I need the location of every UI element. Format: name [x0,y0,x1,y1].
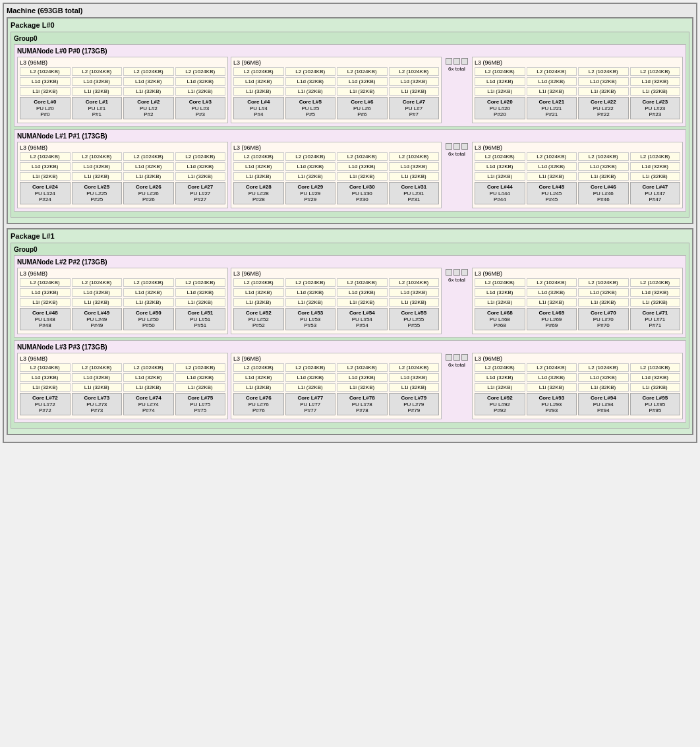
l1d-cell: L1d (32KB) [475,373,525,382]
indicator-boxes [446,269,468,276]
l3-label: L3 (96MB) [20,270,225,277]
pu-label: PU L#27P#27 [177,191,224,202]
core-label: Core L#3 [177,99,224,105]
core-label: Core L#1 [74,99,121,105]
core-row: Core L#20PU L#20P#20Core L#21PU L#21P#21… [475,97,680,119]
pu-label: PU L#29P#29 [287,191,334,202]
numa-inner: L3 (96MB)L2 (1024KB)L2 (1024KB)L2 (1024K… [17,353,683,419]
core-label: Core L#44 [477,184,523,190]
l2-cell: L2 (1024KB) [527,67,577,76]
numa-title: NUMANode L#0 P#0 (173GB) [17,47,683,55]
l2-cell: L2 (1024KB) [389,152,440,161]
core-cell: Core L#95PU L#95P#95 [630,393,681,415]
core-label: Core L#0 [22,99,69,105]
core-cell: Core L#0PU L#0P#0 [20,97,71,119]
indicator-box [453,143,460,150]
core-cell: Core L#25PU L#25P#25 [72,182,123,204]
l1d-cell: L1d (32KB) [578,162,629,171]
core-cell: Core L#28PU L#28P#28 [233,182,284,204]
l2-cell: L2 (1024KB) [72,363,123,372]
middle-indicator: 6x total [444,142,469,158]
l1d-cell: L1d (32KB) [233,288,284,297]
l2-cell: L2 (1024KB) [20,152,71,161]
l1i-row: L1i (32KB)L1i (32KB)L1i (32KB)L1i (32KB) [233,172,439,181]
core-label: Core L#69 [529,310,575,316]
l1d-cell: L1d (32KB) [20,288,71,297]
l1d-row: L1d (32KB)L1d (32KB)L1d (32KB)L1d (32KB) [475,77,680,86]
l3-label: L3 (96MB) [475,59,680,66]
core-label: Core L#5 [287,99,334,105]
l2-cell: L2 (1024KB) [20,67,71,76]
l3-label: L3 (96MB) [233,270,439,277]
core-label: Core L#68 [477,310,523,316]
pu-label: PU L#51P#51 [177,316,224,328]
l2-cell: L2 (1024KB) [527,363,577,372]
l2-cell: L2 (1024KB) [123,278,174,287]
core-label: Core L#54 [339,310,386,316]
l2-cell: L2 (1024KB) [72,67,123,76]
core-label: Core L#55 [391,310,438,316]
l2-row: L2 (1024KB)L2 (1024KB)L2 (1024KB)L2 (102… [233,363,439,372]
core-cell: Core L#76PU L#76P#76 [233,393,284,415]
core-cell: Core L#92PU L#92P#92 [475,393,525,415]
l2-cell: L2 (1024KB) [233,363,284,372]
core-label: Core L#92 [477,395,523,401]
l1d-row: L1d (32KB)L1d (32KB)L1d (32KB)L1d (32KB) [475,162,680,171]
core-cell: Core L#71PU L#71P#71 [630,308,681,330]
l2-cell: L2 (1024KB) [285,152,336,161]
pu-label: PU L#55P#55 [391,316,438,328]
l1i-cell: L1i (32KB) [630,298,681,307]
cache-section: L3 (96MB)L2 (1024KB)L2 (1024KB)L2 (1024K… [472,142,683,208]
numa-node: NUMANode L#1 P#1 (173GB)L3 (96MB)L2 (102… [14,129,686,212]
pu-label: PU L#45P#45 [529,191,575,202]
l1d-row: L1d (32KB)L1d (32KB)L1d (32KB)L1d (32KB) [20,288,225,297]
l2-cell: L2 (1024KB) [72,152,123,161]
l1d-cell: L1d (32KB) [233,373,284,382]
l2-cell: L2 (1024KB) [233,278,284,287]
l1i-cell: L1i (32KB) [389,298,440,307]
l2-cell: L2 (1024KB) [337,67,388,76]
l2-row: L2 (1024KB)L2 (1024KB)L2 (1024KB)L2 (102… [475,152,680,161]
l2-row: L2 (1024KB)L2 (1024KB)L2 (1024KB)L2 (102… [20,278,225,287]
pu-label: PU L#25P#25 [74,191,121,202]
pu-label: PU L#0P#0 [22,105,69,117]
l1i-row: L1i (32KB)L1i (32KB)L1i (32KB)L1i (32KB) [20,298,225,307]
pu-label: PU L#2P#2 [125,105,172,117]
l1d-cell: L1d (32KB) [389,373,440,382]
package-title: Package L#1 [11,232,689,240]
l2-cell: L2 (1024KB) [578,152,629,161]
l1i-cell: L1i (32KB) [475,383,525,392]
l2-row: L2 (1024KB)L2 (1024KB)L2 (1024KB)L2 (102… [475,67,680,76]
l1d-cell: L1d (32KB) [285,373,336,382]
group-title: Group0 [14,246,686,253]
l1i-cell: L1i (32KB) [337,172,388,181]
l1d-cell: L1d (32KB) [337,288,388,297]
indicator-boxes [446,354,468,361]
l1i-cell: L1i (32KB) [72,172,123,181]
core-label: Core L#77 [287,395,334,401]
cache-section: L3 (96MB)L2 (1024KB)L2 (1024KB)L2 (1024K… [17,57,228,123]
l2-cell: L2 (1024KB) [630,152,681,161]
pu-label: PU L#77P#77 [287,402,334,413]
l1i-cell: L1i (32KB) [337,87,388,96]
numa-title: NUMANode L#1 P#1 (173GB) [17,133,683,140]
core-cell: Core L#26PU L#26P#26 [123,182,174,204]
indicator-box [446,143,452,150]
core-cell: Core L#7PU L#7P#7 [389,97,440,119]
l1i-cell: L1i (32KB) [123,383,174,392]
x-total-label: 6x total [448,66,465,72]
l1d-cell: L1d (32KB) [123,288,174,297]
l1d-cell: L1d (32KB) [72,288,123,297]
l2-cell: L2 (1024KB) [389,67,440,76]
pu-label: PU L#68P#68 [477,316,523,328]
group-title: Group0 [14,35,686,42]
l3-label: L3 (96MB) [233,355,439,362]
core-cell: Core L#52PU L#52P#52 [233,308,284,330]
cache-section: L3 (96MB)L2 (1024KB)L2 (1024KB)L2 (1024K… [472,57,683,123]
l1i-cell: L1i (32KB) [72,87,123,96]
l2-cell: L2 (1024KB) [123,363,174,372]
core-cell: Core L#68PU L#68P#68 [475,308,525,330]
l1d-cell: L1d (32KB) [123,77,174,86]
pu-label: PU L#48P#48 [22,316,69,328]
l1i-cell: L1i (32KB) [175,172,226,181]
